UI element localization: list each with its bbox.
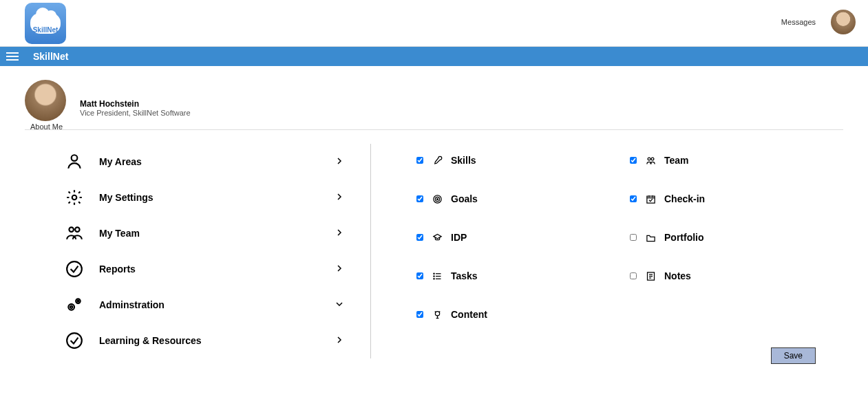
chevron-right-icon — [329, 264, 350, 275]
svg-point-9 — [67, 333, 82, 348]
checkbox-portfolio[interactable] — [630, 234, 637, 241]
option-label: Goals — [451, 193, 478, 204]
avatar-main[interactable] — [25, 80, 66, 121]
messages-link[interactable]: Messages — [781, 18, 816, 26]
chevron-right-icon — [329, 228, 350, 239]
nav-item-reports[interactable]: Reports — [61, 251, 350, 287]
option-check-in[interactable]: Check-in — [630, 193, 843, 204]
nav-item-my-team[interactable]: My Team — [61, 215, 350, 251]
svg-point-1 — [72, 195, 77, 200]
chevron-right-icon — [329, 157, 350, 167]
checkbox-team[interactable] — [630, 157, 637, 164]
user-block: About Me Matt Hochstein Vice President, … — [25, 80, 843, 130]
nav-label: Learning & Resources — [88, 335, 329, 346]
nav-item-administration[interactable]: Adminstration — [61, 287, 350, 323]
option-label: Team — [664, 155, 689, 166]
person-icon — [61, 153, 88, 171]
svg-point-6 — [70, 306, 72, 308]
svg-point-8 — [77, 301, 78, 302]
chevron-down-icon — [329, 300, 350, 310]
options-column: SkillsTeamGoalsCheck-inIDPPortfolioTasks… — [371, 144, 843, 358]
option-label: Tasks — [451, 270, 478, 281]
option-portfolio[interactable]: Portfolio — [630, 232, 843, 243]
about-me-label[interactable]: About Me — [30, 122, 63, 131]
notes-icon — [645, 271, 656, 281]
checkbox-idp[interactable] — [416, 234, 423, 241]
nav-label: My Areas — [88, 156, 329, 167]
chevron-right-icon — [329, 193, 350, 203]
hamburger-icon[interactable] — [0, 52, 25, 61]
svg-point-14 — [436, 198, 438, 200]
nav-item-my-areas[interactable]: My Areas — [61, 144, 350, 180]
svg-point-2 — [69, 227, 74, 232]
gear-icon — [61, 189, 88, 206]
app-title: SkillNet — [33, 51, 68, 62]
graduation-icon — [432, 233, 443, 243]
target-icon — [432, 194, 443, 204]
svg-line-32 — [434, 311, 435, 312]
option-goals[interactable]: Goals — [416, 193, 630, 204]
checkbox-check-in[interactable] — [630, 195, 637, 202]
option-idp[interactable]: IDP — [416, 232, 630, 243]
avatar-top[interactable] — [831, 10, 856, 34]
save-button[interactable]: Save — [771, 347, 816, 364]
svg-point-22 — [433, 273, 434, 274]
option-label: IDP — [451, 232, 467, 243]
nav-label: Adminstration — [88, 299, 329, 310]
option-label: Portfolio — [664, 232, 704, 243]
option-label: Content — [451, 309, 487, 320]
option-label: Check-in — [664, 193, 705, 204]
main-content: About Me Matt Hochstein Vice President, … — [0, 66, 868, 372]
nav-item-learning-resources[interactable]: Learning & Resources — [61, 323, 350, 358]
nav-label: Reports — [88, 264, 329, 275]
option-label: Notes — [664, 270, 691, 281]
lightbulb-icon — [432, 310, 443, 320]
option-tasks[interactable]: Tasks — [416, 270, 630, 281]
svg-point-11 — [651, 158, 654, 160]
folder-icon — [645, 233, 656, 243]
checkbox-goals[interactable] — [416, 195, 423, 202]
svg-point-5 — [68, 304, 74, 310]
checkbox-tasks[interactable] — [416, 272, 423, 279]
gears-icon — [61, 296, 88, 314]
svg-point-23 — [433, 275, 434, 276]
nav-item-my-settings[interactable]: My Settings — [61, 180, 350, 215]
checkbox-notes[interactable] — [630, 272, 637, 279]
checkbox-content[interactable] — [416, 311, 423, 318]
calendar-check-icon — [645, 194, 656, 204]
option-content[interactable]: Content — [416, 309, 630, 320]
check-circle-icon — [61, 332, 88, 350]
option-notes[interactable]: Notes — [630, 270, 843, 281]
chevron-right-icon — [329, 336, 350, 346]
svg-line-33 — [439, 311, 440, 312]
app-bar: SkillNet — [0, 47, 868, 66]
svg-point-0 — [72, 155, 78, 161]
nav-column: My Areas My Settings My Team — [25, 144, 371, 358]
option-label: Skills — [451, 155, 476, 166]
checkbox-skills[interactable] — [416, 157, 423, 164]
list-icon — [432, 271, 443, 281]
logo[interactable]: SkillNet — [25, 3, 66, 44]
top-bar: SkillNet Messages — [0, 0, 868, 47]
logo-text: SkillNet — [33, 26, 59, 34]
option-skills[interactable]: Skills — [416, 155, 630, 166]
svg-point-24 — [433, 278, 434, 279]
team-icon — [645, 155, 656, 166]
svg-rect-15 — [646, 196, 654, 203]
two-column-layout: My Areas My Settings My Team — [25, 144, 843, 358]
svg-point-4 — [67, 261, 82, 277]
team-icon — [61, 224, 88, 242]
user-title: Vice President, SkillNet Software — [80, 109, 191, 117]
option-team[interactable]: Team — [630, 155, 843, 166]
nav-label: My Settings — [88, 192, 329, 203]
nav-label: My Team — [88, 228, 329, 239]
user-name: Matt Hochstein — [80, 99, 191, 109]
svg-point-10 — [648, 158, 650, 160]
svg-point-3 — [75, 227, 80, 232]
check-circle-icon — [61, 260, 88, 278]
wrench-icon — [432, 155, 443, 166]
